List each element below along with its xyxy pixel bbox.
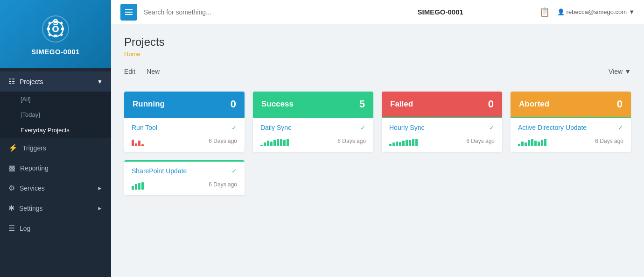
bar (141, 144, 144, 146)
bar (518, 144, 520, 146)
check-icon: ✓ (489, 124, 495, 131)
sidebar-item-services[interactable]: ⚙ Services ► (0, 178, 111, 198)
card-aborted: Aborted 0 Active Directory Update ✓ (511, 92, 631, 152)
bar (392, 142, 395, 146)
list-item[interactable]: Run Tool ✓ 6 Days ago (124, 117, 245, 152)
bar (521, 142, 524, 146)
mini-chart (132, 179, 144, 190)
sidebar-nav: ☷ Projects ▼ [All] [Today] Everyday Proj… (0, 68, 111, 277)
hamburger-icon (125, 9, 133, 15)
card-item-name: SharePoint Update ✓ (132, 167, 237, 175)
check-icon: ✓ (618, 124, 623, 131)
bar (534, 141, 537, 146)
list-item[interactable]: Hourly Sync ✓ (382, 117, 502, 152)
sidebar-item-today[interactable]: [Today] (0, 107, 111, 122)
card-aborted-header: Aborted 0 (511, 92, 631, 117)
view-label: View (609, 68, 623, 75)
card-item-footer: 6 Days ago (260, 136, 366, 146)
check-icon: ✓ (360, 124, 366, 131)
list-item[interactable]: Active Directory Update ✓ (511, 117, 631, 152)
list-item[interactable]: SharePoint Update ✓ 6 Days ago (124, 160, 245, 195)
card-item-name: Run Tool ✓ (132, 124, 237, 131)
bar (531, 139, 533, 146)
svg-rect-13 (125, 9, 133, 10)
card-running-body: Run Tool ✓ 6 Days ago (124, 117, 245, 152)
sidebar-item-triggers[interactable]: ⚡ Triggers (0, 138, 111, 158)
svg-rect-15 (125, 14, 133, 15)
bar (283, 140, 286, 146)
topbar: SIMEGO-0001 📋 👤 rebecca@simego.com ▼ (111, 0, 644, 24)
user-icon: 👤 (557, 8, 565, 15)
topbar-menu-button[interactable] (120, 4, 137, 21)
card-success-label: Success (261, 99, 294, 109)
bar (138, 141, 140, 146)
search-input[interactable] (144, 8, 342, 16)
svg-rect-8 (60, 33, 63, 36)
bar (132, 186, 134, 190)
sidebar-item-settings[interactable]: ✱ Settings ► (0, 198, 111, 218)
topbar-right: 📋 👤 rebecca@simego.com ▼ (539, 7, 635, 17)
project-name: Active Directory Update (518, 124, 587, 131)
card-success-body: Daily Sync ✓ (253, 117, 373, 152)
projects-arrow-icon: ▼ (97, 78, 103, 85)
reporting-icon: ▩ (8, 163, 15, 172)
sidebar-item-all[interactable]: [All] (0, 92, 111, 107)
breadcrumb[interactable]: Home (124, 50, 631, 57)
card-item-footer: 6 Days ago (389, 136, 495, 146)
card-success-count: 5 (359, 98, 365, 110)
empty-col-4 (511, 160, 631, 195)
bar (525, 142, 527, 146)
edit-button[interactable]: Edit (124, 66, 135, 77)
card-running-header: Running 0 (124, 92, 245, 117)
view-button[interactable]: View ▼ (609, 68, 631, 75)
sidebar-item-everyday[interactable]: Everyday Projects (0, 122, 111, 138)
sidebar-item-log-label: Log (20, 225, 30, 232)
project-name: SharePoint Update (132, 167, 187, 175)
time-ago: 6 Days ago (209, 181, 237, 188)
sidebar-item-triggers-label: Triggers (22, 144, 46, 152)
card-item-footer: 6 Days ago (132, 136, 237, 146)
bar (538, 142, 540, 146)
sidebar-item-log[interactable]: ☰ Log (0, 218, 111, 238)
status-cards-row: Running 0 Run Tool ✓ (124, 92, 631, 152)
project-name: Hourly Sync (389, 124, 424, 131)
sidebar-logo: S SIMEGO-0001 (0, 0, 111, 68)
services-icon: ⚙ (8, 184, 15, 192)
time-ago: 6 Days ago (595, 138, 623, 144)
log-icon: ☰ (8, 224, 15, 233)
time-ago: 6 Days ago (337, 138, 366, 144)
card-aborted-count: 0 (617, 98, 623, 110)
topbar-title: SIMEGO-0001 (342, 8, 539, 16)
svg-rect-6 (61, 28, 64, 30)
user-dropdown-icon: ▼ (629, 8, 635, 15)
sidebar-item-services-label: Services (20, 185, 45, 192)
time-ago: 6 Days ago (209, 138, 237, 144)
bar (396, 142, 398, 146)
card-success: Success 5 Daily Sync ✓ (253, 92, 373, 152)
card-sharepoint: SharePoint Update ✓ 6 Days ago (124, 160, 245, 195)
card-item-footer: 6 Days ago (518, 136, 623, 146)
cards-row-2: SharePoint Update ✓ 6 Days ago (124, 160, 631, 195)
bar (544, 139, 546, 146)
bar (280, 139, 282, 146)
svg-point-12 (54, 27, 57, 31)
bar (141, 182, 144, 190)
sidebar-item-projects-label: Projects (20, 78, 43, 85)
check-icon: ✓ (231, 167, 237, 175)
toolbar: Edit New View ▼ (124, 66, 631, 82)
bar (389, 144, 392, 146)
bar (267, 141, 269, 146)
sidebar-item-projects[interactable]: ☷ Projects ▼ (0, 71, 111, 92)
svg-rect-3 (54, 21, 57, 23)
card-failed-label: Failed (390, 99, 413, 109)
new-button[interactable]: New (147, 66, 160, 77)
topbar-user-menu[interactable]: 👤 rebecca@simego.com ▼ (557, 8, 635, 15)
mini-chart (132, 136, 144, 146)
topbar-edit-icon[interactable]: 📋 (539, 7, 550, 17)
sidebar-item-reporting[interactable]: ▩ Reporting (0, 158, 111, 178)
svg-rect-7 (48, 21, 51, 25)
triggers-icon: ⚡ (8, 143, 18, 152)
svg-rect-10 (48, 33, 51, 36)
settings-icon: ✱ (8, 204, 14, 213)
list-item[interactable]: Daily Sync ✓ (253, 117, 373, 152)
